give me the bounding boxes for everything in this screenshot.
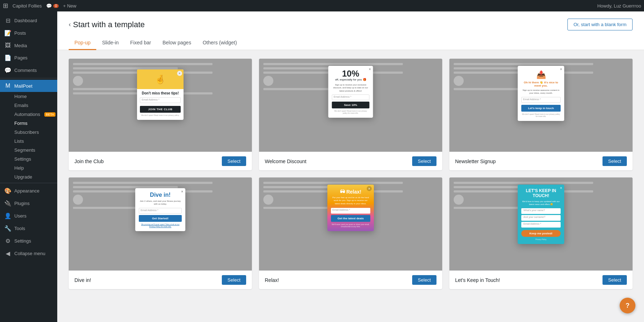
mailpoet-icon: M <box>4 83 11 89</box>
popup-preview-join: 🤞 × Don't miss these tips! Email Address… <box>137 69 184 120</box>
greeting: Howdy, Luz Guerrroo <box>597 3 641 9</box>
sidebar-item-users[interactable]: 👤 Users <box>0 210 57 222</box>
sidebar-item-automations[interactable]: Automations BETA <box>3 110 57 119</box>
sidebar: ⊟ Dashboard 📝 Posts 🖼 Media 📄 Pages 💬 Co… <box>0 11 57 322</box>
select-button-welcome-discount[interactable]: Select <box>412 156 436 166</box>
popup-header-image: 🤞 <box>137 69 184 89</box>
sidebar-item-upgrade[interactable]: Upgrade <box>3 172 57 181</box>
popup-cta-button: Save 10% <box>332 102 370 108</box>
page-header-top: ‹ Start with a template Or, start with a… <box>69 19 633 30</box>
popup-privacy: We don't spam! Read more in our privacy … <box>521 113 561 117</box>
templates-grid: 🤞 × Don't miss these tips! Email Address… <box>69 59 633 289</box>
template-name-join-the-club: Join the Club <box>74 158 104 164</box>
users-icon: 👤 <box>4 213 11 219</box>
select-button-newsletter-signup[interactable]: Select <box>602 156 627 166</box>
appearance-icon: 🎨 <box>4 187 11 194</box>
template-footer-keep-in-touch: Let's Keep in Touch! Select <box>449 270 633 289</box>
sidebar-item-settings2[interactable]: ⚙ Settings <box>0 235 57 247</box>
dashboard-icon: ⊟ <box>4 17 11 24</box>
popup-desc: We'd love to keep you updated with our l… <box>521 200 561 206</box>
sidebar-divider-1 <box>0 78 57 78</box>
popup-privacy: Privacy Policy <box>521 238 561 240</box>
comments-link[interactable]: 💬 0 <box>46 3 59 9</box>
tab-others[interactable]: Others (widget) <box>197 36 243 50</box>
template-preview-keep-in-touch: × LET'S KEEP IN TOUCH! We'd love to keep… <box>449 177 633 270</box>
new-link[interactable]: + New <box>63 3 76 9</box>
template-card-welcome-discount: × 10% off, especially for you 🎁 Sign up … <box>259 59 442 170</box>
popup-close-icon: × <box>560 67 562 71</box>
page-title: Start with a template <box>73 20 145 29</box>
wp-logo-icon[interactable]: ⊞ <box>3 2 8 10</box>
sidebar-item-tools[interactable]: 🔧 Tools <box>0 222 57 235</box>
tab-popup[interactable]: Pop-up <box>69 36 96 50</box>
site-name[interactable]: Capitol Follies <box>13 3 42 9</box>
help-fab-button[interactable]: ? <box>620 298 635 313</box>
sidebar-item-media[interactable]: 🖼 Media <box>0 39 57 52</box>
sidebar-divider-2 <box>0 183 57 183</box>
template-footer-newsletter-signup: Newsletter Signup Select <box>449 152 633 170</box>
sidebar-item-dashboard[interactable]: ⊟ Dashboard <box>0 14 57 27</box>
popup-email-input: Email Address * <box>331 208 370 214</box>
tab-below-pages[interactable]: Below pages <box>157 36 197 50</box>
popup-heading: Don't miss these tips! <box>137 89 184 96</box>
template-card-keep-in-touch: × LET'S KEEP IN TOUCH! We'd love to keep… <box>449 177 633 289</box>
back-link[interactable]: ‹ Start with a template <box>69 20 145 29</box>
template-footer-welcome-discount: Welcome Discount Select <box>259 152 442 170</box>
popup-preview-dive: × Dive in! Join 2 others, and start your… <box>135 188 185 231</box>
sidebar-item-lists[interactable]: Lists <box>3 137 57 146</box>
popup-preview-touch: × LET'S KEEP IN TOUCH! We'd love to keep… <box>518 185 564 244</box>
sidebar-item-plugins[interactable]: 🔌 Plugins <box>0 197 57 210</box>
template-name-dive-in: Dive in! <box>74 277 91 283</box>
tab-slide-in[interactable]: Slide-in <box>96 36 125 50</box>
sidebar-item-pages[interactable]: 📄 Pages <box>0 52 57 64</box>
popup-cta-button: Let's keep in touch <box>521 105 561 112</box>
template-footer-relax: Relax! Select <box>259 270 442 289</box>
popup-email-input: Email Address * <box>521 97 561 103</box>
sidebar-item-settings[interactable]: Settings <box>3 155 57 164</box>
popup-close-icon: × <box>560 186 562 190</box>
template-footer-join-the-club: Join the Club Select <box>69 152 252 170</box>
select-button-relax[interactable]: Select <box>412 275 436 285</box>
template-name-newsletter-signup: Newsletter Signup <box>455 158 496 164</box>
template-preview-newsletter-signup: × 📤 Oh hi there 👋 It's nice to meet you.… <box>449 59 633 152</box>
popup-privacy: We'll never send you spam or share your … <box>331 223 370 228</box>
template-card-dive-in: × Dive in! Join 2 others, and start your… <box>69 177 252 289</box>
template-preview-welcome-discount: × 10% off, especially for you 🎁 Sign up … <box>259 59 442 152</box>
sidebar-item-help[interactable]: Help <box>3 164 57 172</box>
popup-preview-newsletter: × 📤 Oh hi there 👋 It's nice to meet you.… <box>518 66 564 121</box>
tools-icon: 🔧 <box>4 225 11 232</box>
sidebar-item-collapse[interactable]: ◀ Collapse menu <box>0 247 57 260</box>
select-button-keep-in-touch[interactable]: Select <box>602 275 627 285</box>
sidebar-item-emails[interactable]: Emails <box>3 101 57 110</box>
popup-icon-top: 📤 <box>521 70 561 79</box>
sidebar-item-posts[interactable]: 📝 Posts <box>0 27 57 39</box>
sidebar-item-mailpoet[interactable]: M MailPoet <box>0 80 57 92</box>
popup-close-icon: × <box>181 190 183 194</box>
popup-cta-button: Get the latest deals <box>331 215 370 222</box>
blank-form-button[interactable]: Or, start with a blank form <box>567 19 633 30</box>
popup-cta-button: Keep me posted! <box>521 230 561 237</box>
select-button-dive-in[interactable]: Select <box>222 275 246 285</box>
sidebar-item-segments[interactable]: Segments <box>3 146 57 155</box>
plugins-icon: 🔌 <box>4 200 11 207</box>
sidebar-item-comments[interactable]: 💬 Comments <box>0 64 57 77</box>
popup-title: LET'S KEEP IN TOUCH! <box>521 188 561 199</box>
template-name-welcome-discount: Welcome Discount <box>265 158 306 164</box>
popup-surname-input: And your surname? <box>521 215 561 221</box>
sidebar-item-forms[interactable]: Forms <box>3 119 57 128</box>
posts-icon: 📝 <box>4 30 11 36</box>
sidebar-item-home[interactable]: Home <box>3 92 57 101</box>
sidebar-item-subscribers[interactable]: Subscribers <box>3 128 57 137</box>
media-icon: 🖼 <box>4 42 11 49</box>
select-button-join-the-club[interactable]: Select <box>222 156 246 166</box>
popup-title: Dive in! <box>139 192 182 198</box>
popup-greeting: Oh hi there 👋 It's nice to meet you. <box>521 81 561 87</box>
back-arrow-icon: ‹ <box>69 21 71 28</box>
tab-fixed-bar[interactable]: Fixed bar <box>125 36 157 50</box>
sidebar-item-appearance[interactable]: 🎨 Appearance <box>0 185 57 197</box>
popup-desc: Join 2 others, and start your fitness jo… <box>139 200 182 206</box>
template-card-newsletter-signup: × 📤 Oh hi there 👋 It's nice to meet you.… <box>449 59 633 170</box>
popup-cta-button: Get Started! <box>139 215 182 222</box>
popup-preview-relax: × 🕶 Relax! Put your feet up and let us d… <box>327 185 374 231</box>
comments-icon: 💬 <box>4 67 11 74</box>
